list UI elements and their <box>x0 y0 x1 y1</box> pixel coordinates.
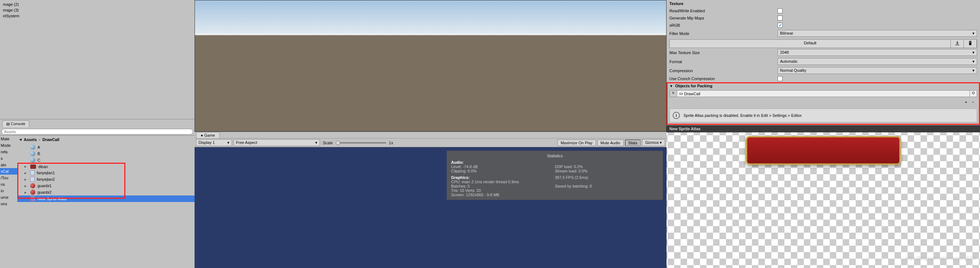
aspect-value: Free Aspect <box>236 140 257 145</box>
remove-button[interactable]: − <box>972 100 974 104</box>
left-cut-label[interactable]: in <box>0 188 17 194</box>
stats-gfx-head: Graphics: <box>451 175 555 180</box>
scale-slider[interactable] <box>336 142 386 144</box>
aspect-dropdown[interactable]: Free Aspect ▾ <box>234 139 320 146</box>
asset-item[interactable]: ▸diban <box>17 163 194 169</box>
left-cut-label[interactable]: ons <box>0 201 17 207</box>
asset-item[interactable]: C <box>17 157 194 163</box>
breadcrumb-back-icon[interactable]: ◂ <box>19 137 22 142</box>
objects-for-packing-head[interactable]: ▼ Objects for Packing <box>667 82 980 89</box>
breadcrumb-folder[interactable]: DrawCall <box>43 137 59 142</box>
packing-object-field[interactable]: ≡ ▭ DrawCall ⊙ <box>670 90 977 97</box>
preview-header[interactable]: New Sprite Atlas <box>667 125 980 132</box>
asset-item[interactable]: ▸fanyejian2 <box>17 176 194 182</box>
game-view[interactable]: Statistics Audio: Level: -74.8 dB DSP lo… <box>194 147 667 268</box>
display-dropdown[interactable]: Display 1 ▾ <box>196 139 232 146</box>
chevron-down-icon: ▾ <box>315 140 317 145</box>
srgb-label: sRGB <box>670 23 778 27</box>
platform-android-tab[interactable]: 📱 <box>964 40 977 48</box>
maximize-on-play-toggle[interactable]: Maximize On Play <box>557 140 596 146</box>
redball-icon <box>30 183 35 188</box>
asset-item[interactable]: B <box>17 150 194 157</box>
chevron-down-icon: ▾ <box>972 50 975 55</box>
compression-dropdown[interactable]: Normal Quality ▾ <box>778 67 977 74</box>
stats-toggle[interactable]: Stats <box>625 140 641 146</box>
left-cut-label[interactable]: Mate <box>0 136 17 142</box>
packing-object-value: DrawCall <box>684 92 700 96</box>
mute-audio-toggle[interactable]: Mute Audio <box>597 140 624 146</box>
sphere-icon <box>30 151 35 156</box>
expand-arrow-icon[interactable]: ▸ <box>24 171 28 175</box>
gizmos-dropdown[interactable]: Gizmos ▾ <box>642 139 665 146</box>
crunch-checkbox[interactable] <box>778 76 783 81</box>
search-input[interactable] <box>2 129 193 134</box>
asset-item[interactable]: ▸fanyejian1 <box>17 169 194 176</box>
read-write-label: Read/Write Enabled <box>670 9 778 13</box>
preview-sprite <box>746 136 901 165</box>
scale-value: 1x <box>388 141 395 145</box>
expand-arrow-icon[interactable]: ▸ <box>24 183 28 188</box>
max-texture-size-label: Max Texture Size <box>670 51 778 55</box>
left-cut-label[interactable]: vCal <box>0 168 17 175</box>
platform-standalone-tab[interactable] <box>951 40 964 48</box>
texture-section-head: Texture <box>667 0 980 7</box>
format-dropdown[interactable]: Automatic ▾ <box>778 58 977 65</box>
asset-item-label: B <box>37 152 40 156</box>
left-cut-label[interactable]: Mode <box>0 142 17 148</box>
left-cut-label[interactable]: /Tou <box>0 175 17 181</box>
drag-handle-icon[interactable]: ≡ <box>670 91 677 97</box>
left-cut-label[interactable]: urce <box>0 194 17 201</box>
left-cut-label[interactable]: ns <box>0 181 17 188</box>
asset-item[interactable]: A <box>17 144 194 150</box>
stats-screen: Screen: 1292x660 - 9.8 MB <box>451 193 659 197</box>
asset-item-label: diban <box>38 164 48 169</box>
chevron-down-icon: ▾ <box>972 68 975 73</box>
asset-item[interactable]: ▸guanbi1 <box>17 182 194 189</box>
console-tab-bar: ▤ Console <box>0 119 194 128</box>
asset-item-label: New Sprite Atlas <box>37 196 67 201</box>
scene-view[interactable] <box>194 0 667 132</box>
left-cut-label[interactable]: s <box>0 155 17 161</box>
breadcrumb-root[interactable]: Assets <box>24 137 37 142</box>
stats-overlay: Statistics Audio: Level: -74.8 dB DSP lo… <box>447 151 663 200</box>
stats-saved: Saved by batching: 0 <box>555 184 659 188</box>
asset-item[interactable]: ▸guanbi2 <box>17 189 194 196</box>
asset-item[interactable]: New Sprite Atlas <box>17 196 194 202</box>
hierarchy-item[interactable]: mage (2) <box>3 2 192 7</box>
expand-arrow-icon[interactable]: ▸ <box>24 190 28 195</box>
asset-item-label: A <box>37 145 40 149</box>
expand-arrow-icon[interactable]: ▸ <box>24 177 28 182</box>
max-texture-size-dropdown[interactable]: 2048 ▾ <box>778 49 977 56</box>
srgb-checkbox[interactable] <box>778 23 783 28</box>
stats-audio-head: Audio: <box>451 160 659 164</box>
stats-audio-clip: Clipping: 0.0% <box>451 169 555 173</box>
left-cut-labels: MateModerefasatovCal/Tounsinurceons <box>0 136 17 268</box>
compression-label: Compression <box>670 69 778 73</box>
chevron-right-icon: › <box>39 137 40 142</box>
scale-label: Scale <box>321 141 334 145</box>
hierarchy-item[interactable]: mage (3) <box>3 7 192 13</box>
filter-mode-value: Bilinear <box>780 31 793 36</box>
sphere-icon <box>30 145 35 150</box>
project-search-bar <box>0 128 194 135</box>
folder-icon: ▭ <box>679 91 683 96</box>
stats-fps: 397.5 FPS (2.5ms) <box>555 175 659 180</box>
left-cut-label[interactable]: refa <box>0 148 17 155</box>
add-button[interactable]: + <box>965 100 967 104</box>
hierarchy-panel: mage (2) mage (3) ntSystem <box>0 0 194 119</box>
expand-arrow-icon[interactable]: ▸ <box>24 164 28 169</box>
game-tab[interactable]: ● Game <box>196 132 220 138</box>
project-panel: MateModerefasatovCal/Tounsinurceons ◂ As… <box>0 135 194 268</box>
mipmaps-checkbox[interactable] <box>778 16 783 21</box>
android-icon: 📱 <box>968 41 973 45</box>
console-tab[interactable]: ▤ Console <box>2 120 29 127</box>
filter-mode-dropdown[interactable]: Bilinear ▾ <box>778 30 977 37</box>
left-cut-label[interactable]: ato <box>0 161 17 168</box>
read-write-checkbox[interactable] <box>778 8 783 13</box>
asset-list: ABC▸diban▸fanyejian1▸fanyejian2▸guanbi1▸… <box>17 143 194 203</box>
hierarchy-item[interactable]: ntSystem <box>3 13 192 19</box>
platform-default-tab[interactable]: Default <box>670 40 951 48</box>
triangle-down-icon: ▼ <box>670 84 673 88</box>
object-picker-icon[interactable]: ⊙ <box>970 91 977 97</box>
objects-for-packing-label: Objects for Packing <box>675 84 712 88</box>
